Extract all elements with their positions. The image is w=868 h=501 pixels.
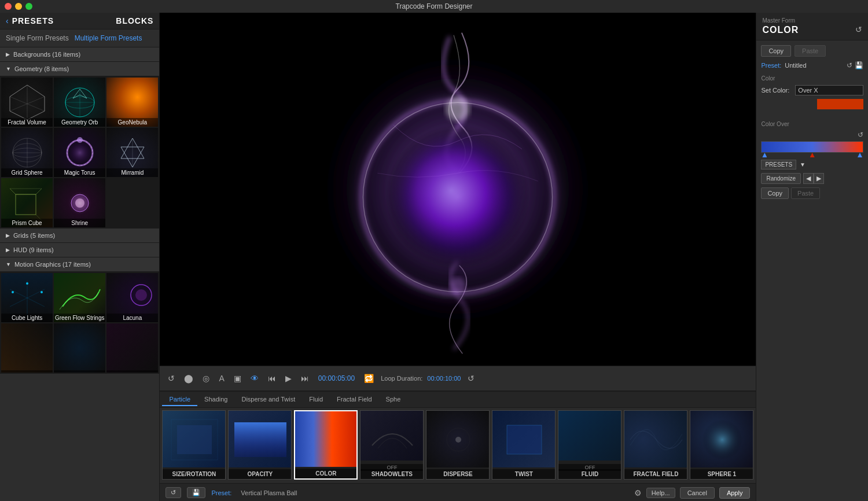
list-item[interactable]: Green Flow Strings (54, 273, 105, 322)
window-buttons (5, 3, 32, 10)
presets-title: PRESETS (12, 16, 54, 25)
undo-footer-button[interactable]: ↺ (165, 487, 181, 498)
gradient-marker-mid[interactable] (810, 153, 815, 157)
svg-point-51 (455, 437, 461, 443)
reset-icon[interactable]: ↺ (855, 25, 862, 34)
minimize-button[interactable] (15, 3, 22, 10)
presets-gradient-button[interactable]: PRESETS (761, 160, 796, 170)
frame-button[interactable]: ▣ (231, 373, 244, 384)
preview-canvas (160, 13, 756, 366)
item-label: Shrine (54, 219, 105, 227)
tab-fluid[interactable]: Fluid (302, 393, 330, 406)
card-label: COLOR (295, 469, 356, 478)
gradient-bar[interactable] (761, 141, 863, 153)
category-hud[interactable]: ▶ HUD (9 items) (0, 243, 159, 257)
right-panel: Master Form COLOR ↺ Copy Paste Preset: U… (756, 13, 868, 501)
list-item[interactable] (54, 323, 105, 373)
nav-right-button[interactable]: ▶ (814, 173, 824, 184)
cancel-button[interactable]: Cancel (680, 487, 715, 499)
left-panel: ‹ PRESETS BLOCKS Single Form Presets Mul… (0, 13, 160, 501)
item-label: GeoNebula (106, 118, 158, 127)
set-color-dropdown[interactable]: Over X Over Y Over Z Fixed Color (795, 85, 863, 95)
save-footer-button[interactable]: 💾 (187, 487, 205, 498)
nav-left-button[interactable]: ◀ (803, 173, 814, 184)
paste-top-button: Paste (795, 45, 826, 57)
effect-card-fluid[interactable]: OFF FLUID (558, 410, 621, 480)
list-item[interactable]: Prism Cube (1, 178, 53, 227)
svg-point-35 (41, 291, 43, 293)
save-preset-icon[interactable]: 💾 (855, 61, 863, 69)
svg-rect-48 (177, 425, 212, 454)
close-button[interactable] (5, 3, 12, 10)
undo-button[interactable]: ↺ (165, 373, 177, 384)
svg-point-54 (702, 419, 742, 460)
help-button[interactable]: Help... (646, 488, 675, 498)
list-item[interactable]: Grid Sphere (1, 128, 53, 177)
tab-single-form[interactable]: Single Form Presets (6, 33, 69, 43)
center-panel: ↺ ⬤ ◎ A ▣ 👁 ⏮ ▶ ⏭ 00:00:05:00 🔁 Loop Dur… (160, 13, 756, 501)
skip-forward-button[interactable]: ⏭ (299, 373, 311, 384)
right-panel-content: Copy Paste Preset: Untitled ↺ 💾 Color Se… (756, 40, 868, 501)
eye-button[interactable]: 👁 (248, 373, 261, 384)
gradient-marker-left[interactable] (762, 153, 767, 157)
record-button[interactable]: ⬤ (182, 373, 196, 384)
effect-card-shadowlets[interactable]: OFF SHADOWLETS (360, 410, 424, 480)
list-item[interactable]: Lacuna (106, 273, 158, 322)
category-geometry[interactable]: ▼ Geometry (8 items) (0, 62, 159, 76)
titlebar: Trapcode Form Designer (0, 0, 868, 13)
tab-sphere[interactable]: Sphe (379, 393, 408, 406)
effect-card-size[interactable]: SIZE/ROTATION (162, 410, 226, 480)
gradient-reset-icon[interactable]: ↺ (858, 131, 863, 139)
audio-button[interactable]: ◎ (200, 373, 212, 384)
list-item[interactable]: Geometry Orb (54, 78, 105, 127)
reset-button[interactable]: ↺ (465, 373, 477, 384)
item-label (54, 370, 105, 373)
presets-arrow-icon[interactable]: ▼ (800, 161, 806, 168)
master-label: Master Form (762, 17, 862, 24)
back-button[interactable]: ‹ (6, 16, 9, 25)
effect-card-sphere[interactable]: SPHERE 1 (690, 410, 753, 480)
maximize-button[interactable] (25, 3, 32, 10)
skip-back-button[interactable]: ⏮ (266, 373, 278, 384)
tab-shading[interactable]: Shading (197, 393, 234, 406)
randomize-button[interactable]: Randomize (761, 173, 801, 184)
effect-card-fractal[interactable]: FRACTAL FIELD (624, 410, 687, 480)
tab-multiple-form[interactable]: Multiple Form Presets (75, 33, 142, 43)
settings-icon[interactable]: ⚙ (634, 488, 642, 498)
gradient-marker-right[interactable] (858, 153, 862, 157)
svg-point-41 (390, 129, 527, 266)
set-color-row: Set Color: Over X Over Y Over Z Fixed Co… (761, 85, 863, 95)
effect-card-color[interactable]: COLOR (294, 410, 358, 480)
svg-point-46 (450, 278, 466, 294)
list-item[interactable]: Cube Lights (1, 273, 53, 322)
play-button[interactable]: ▶ (283, 373, 294, 384)
list-item[interactable]: GeoNebula (106, 78, 158, 127)
list-item[interactable] (1, 323, 53, 373)
category-grids[interactable]: ▶ Grids (5 items) (0, 229, 159, 243)
list-item[interactable]: Fractal Volume (1, 78, 53, 127)
bottom-footer: ↺ 💾 Preset: Vertical Plasma Ball ⚙ Help.… (160, 483, 756, 501)
effect-card-opacity[interactable]: OPACITY (228, 410, 292, 480)
category-motion[interactable]: ▼ Motion Graphics (17 items) (0, 257, 159, 272)
copy-gradient-button[interactable]: Copy (761, 187, 789, 199)
tab-disperse[interactable]: Disperse and Twist (234, 393, 302, 406)
list-item[interactable]: Magic Torus (54, 128, 105, 177)
tab-fractal[interactable]: Fractal Field (330, 393, 379, 406)
tab-particle[interactable]: Particle (162, 393, 197, 406)
item-label (106, 370, 158, 373)
text-button[interactable]: A (216, 373, 226, 384)
effect-card-twist[interactable]: TWIST (492, 410, 556, 480)
item-label: Grid Sphere (1, 168, 53, 177)
copy-top-button[interactable]: Copy (761, 45, 791, 57)
reset-preset-icon[interactable]: ↺ (847, 61, 852, 69)
loop-button[interactable]: 🔁 (362, 373, 376, 384)
apply-button[interactable]: Apply (719, 487, 751, 499)
gradient-controls: PRESETS ▼ (761, 160, 863, 170)
category-backgrounds[interactable]: ▶ Backgrounds (16 items) (0, 47, 159, 62)
list-item[interactable] (106, 323, 158, 373)
list-item[interactable]: Shrine (54, 178, 105, 227)
effect-card-disperse[interactable]: DISPERSE (426, 410, 490, 480)
color-swatch[interactable] (817, 99, 863, 109)
card-label: SPHERE 1 (690, 469, 753, 479)
list-item[interactable]: Mirramid (106, 128, 158, 177)
